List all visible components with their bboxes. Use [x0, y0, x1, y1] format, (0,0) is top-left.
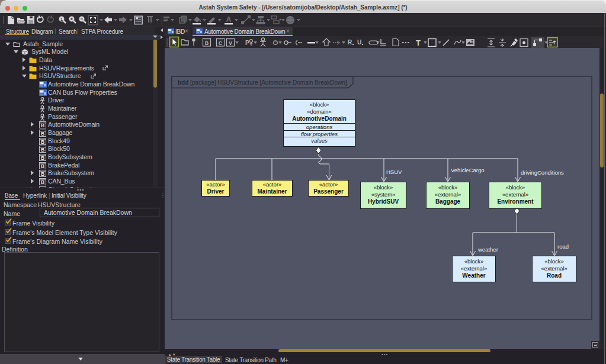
svg-text:T: T: [416, 38, 421, 47]
svg-text:1: 1: [60, 17, 63, 21]
svg-text:R: R: [348, 39, 352, 46]
svg-text:B: B: [41, 131, 44, 137]
svg-text:U: U: [357, 39, 361, 46]
svg-text:C: C: [219, 40, 223, 46]
svg-text:B: B: [41, 123, 44, 128]
svg-text:V: V: [229, 40, 232, 46]
svg-text:A: A: [226, 15, 232, 24]
svg-text:road: road: [557, 243, 569, 250]
svg-text:HSUV: HSUV: [386, 169, 402, 175]
svg-text:B: B: [205, 40, 209, 46]
svg-text:B: B: [41, 179, 44, 185]
svg-text:B: B: [41, 147, 44, 153]
svg-text:drivingConditions: drivingConditions: [521, 169, 564, 176]
svg-text:P: P: [245, 40, 249, 46]
svg-text:VehicleCargo: VehicleCargo: [451, 167, 485, 173]
svg-text:bdd [package] HSUVStructure [A: bdd [package] HSUVStructure [Automotive …: [178, 79, 347, 86]
svg-text:B: B: [41, 163, 44, 169]
svg-text:B: B: [41, 171, 44, 177]
svg-text:weather: weather: [477, 246, 498, 253]
svg-text:B: B: [41, 155, 44, 161]
svg-text:B: B: [41, 139, 44, 145]
